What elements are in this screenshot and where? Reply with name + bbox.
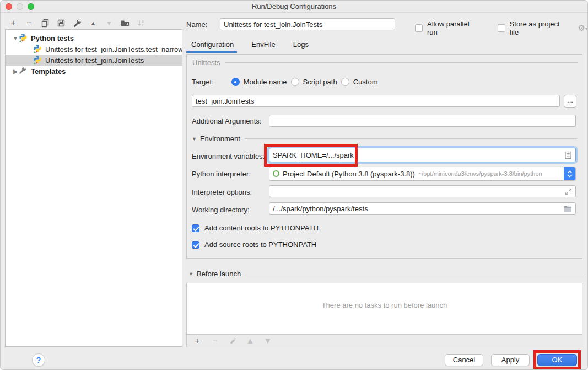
target-input[interactable]: test_join.JoinTests	[192, 95, 560, 107]
before-launch-toolbar: + − ▲ ▼	[187, 334, 582, 347]
task-up-icon[interactable]: ▲	[245, 336, 255, 346]
cancel-button[interactable]: Cancel	[445, 354, 483, 366]
environment-group-header[interactable]: ▼ Environment	[192, 135, 577, 143]
expand-field-icon[interactable]	[565, 188, 572, 195]
configurations-toolbar: + − ▲ ▼ az	[8, 18, 146, 29]
environment-group-label: Environment	[200, 135, 240, 143]
working-directory-label: Working directory:	[192, 206, 250, 214]
run-debug-configurations-dialog: Run/Debug Configurations + − ▲ ▼ az ▼ Py	[0, 0, 588, 370]
move-up-icon[interactable]: ▲	[88, 18, 98, 28]
python-tests-icon	[19, 33, 28, 44]
script-path-label[interactable]: Script path	[303, 78, 337, 86]
python-test-icon	[33, 55, 42, 66]
active-tab-indicator	[186, 51, 237, 53]
unittests-group-header: Unittests	[192, 58, 578, 67]
apply-button[interactable]: Apply	[491, 354, 530, 366]
window-title: Run/Debug Configurations	[1, 2, 587, 10]
module-name-radio[interactable]	[231, 78, 240, 86]
working-directory-input[interactable]: /.../spark/python/pyspark/tests	[269, 202, 576, 215]
custom-radio[interactable]	[341, 78, 349, 86]
name-label: Name:	[186, 20, 207, 29]
tree-item-label: Python tests	[31, 34, 74, 42]
chevron-right-icon[interactable]: ▶	[12, 68, 19, 74]
chevron-down-icon[interactable]: ▼	[192, 136, 197, 142]
tab-configuration[interactable]: Configuration	[191, 39, 234, 52]
before-launch-task-list: There are no tasks to run before launch …	[186, 283, 582, 347]
module-name-label[interactable]: Module name	[244, 78, 287, 86]
title-bar: Run/Debug Configurations	[1, 1, 587, 13]
tree-item-unittest-jointests[interactable]: Unittests for test_join.JoinTests	[6, 55, 182, 66]
add-source-roots-checkbox[interactable]	[192, 241, 199, 249]
task-down-icon[interactable]: ▼	[263, 336, 273, 346]
chevron-down-icon[interactable]: ▼	[188, 271, 193, 277]
add-content-roots-row: Add content roots to PYTHONPATH	[192, 224, 319, 232]
header-checkboxes: Allow parallel run Store as project file…	[415, 20, 587, 36]
group-rule	[225, 62, 578, 63]
gear-icon[interactable]: ⚙▾	[578, 23, 587, 33]
edit-task-icon[interactable]	[228, 336, 238, 346]
folder-icon[interactable]	[563, 205, 572, 212]
group-rule	[245, 274, 582, 274]
remove-icon[interactable]: −	[24, 18, 34, 28]
tree-item-templates[interactable]: ▶ Templates	[6, 66, 182, 77]
python-interpreter-label: Python interpreter:	[192, 170, 251, 178]
target-row: Target: Module name Script path Custom	[192, 78, 377, 86]
interpreter-options-input[interactable]	[269, 185, 576, 197]
interpreter-env-icon	[273, 170, 279, 177]
allow-parallel-run-label[interactable]: Allow parallel run	[427, 20, 481, 36]
additional-arguments-input[interactable]	[269, 115, 576, 127]
name-input[interactable]: Unittests for test_join.JoinTests	[220, 18, 395, 30]
add-task-icon[interactable]: +	[192, 336, 202, 346]
tree-item-label: Templates	[31, 67, 66, 76]
store-as-project-file-checkbox[interactable]	[498, 24, 505, 32]
add-source-roots-label[interactable]: Add source roots to PYTHONPATH	[204, 240, 316, 249]
combo-stepper-icon[interactable]	[564, 167, 575, 180]
store-as-project-file-label[interactable]: Store as project file	[510, 20, 570, 36]
edit-templates-icon[interactable]	[72, 18, 82, 28]
tab-logs[interactable]: Logs	[293, 39, 309, 52]
interpreter-path: ~/opt/miniconda3/envs/pyspark-3.8/bin/py…	[418, 170, 542, 177]
add-source-roots-row: Add source roots to PYTHONPATH	[192, 240, 316, 249]
add-content-roots-checkbox[interactable]	[192, 224, 199, 232]
configurations-tree: ▼ Python tests Unittests for test_join.J…	[5, 29, 182, 347]
templates-wrench-icon	[19, 67, 28, 76]
annotation-red-box-environment-variables	[264, 144, 358, 167]
add-content-roots-label[interactable]: Add content roots to PYTHONPATH	[204, 224, 319, 232]
remove-task-icon[interactable]: −	[210, 336, 220, 346]
before-launch-empty-hint: There are no tasks to run before launch	[187, 301, 582, 309]
add-icon[interactable]: +	[8, 18, 18, 28]
group-rule	[245, 138, 577, 139]
save-configuration-icon[interactable]	[56, 18, 66, 28]
additional-arguments-label: Additional Arguments:	[192, 117, 261, 125]
before-launch-label: Before launch	[197, 270, 241, 278]
move-down-icon[interactable]: ▼	[104, 18, 114, 28]
chevron-down-icon[interactable]: ▼	[12, 35, 19, 41]
tree-item-unittest-narrow[interactable]: Unittests for test_join.JoinTests.test_n…	[6, 44, 182, 55]
browse-button[interactable]: ...	[564, 95, 576, 108]
python-interpreter-select[interactable]: Project Default (Python 3.8 (pyspark-3.8…	[269, 167, 576, 181]
new-folder-icon[interactable]	[120, 18, 130, 28]
copy-configuration-icon[interactable]	[40, 18, 50, 28]
environment-variables-label: Environment variables:	[192, 152, 265, 160]
tree-item-python-tests[interactable]: ▼ Python tests	[6, 33, 182, 44]
tab-envfile[interactable]: EnvFile	[251, 39, 275, 52]
target-label: Target:	[192, 78, 214, 86]
svg-text:a: a	[142, 19, 144, 23]
interpreter-options-label: Interpreter options:	[192, 188, 252, 196]
unittests-group-label: Unittests	[192, 58, 220, 67]
before-launch-header[interactable]: ▼ Before launch	[188, 270, 582, 278]
config-tabs: Configuration EnvFile Logs	[191, 39, 309, 52]
edit-variables-icon[interactable]	[564, 151, 572, 159]
custom-label[interactable]: Custom	[353, 78, 378, 86]
tree-item-label: Unittests for test_join.JoinTests	[45, 56, 144, 65]
python-test-icon	[33, 44, 42, 55]
sort-configurations-icon[interactable]: az	[136, 18, 146, 28]
help-button[interactable]: ?	[32, 353, 45, 367]
annotation-red-box-ok	[533, 350, 581, 369]
svg-text:z: z	[142, 23, 143, 27]
allow-parallel-run-checkbox[interactable]	[415, 24, 423, 32]
tree-item-label: Unittests for test_join.JoinTests.test_n…	[45, 45, 182, 53]
script-path-radio[interactable]	[291, 78, 299, 86]
